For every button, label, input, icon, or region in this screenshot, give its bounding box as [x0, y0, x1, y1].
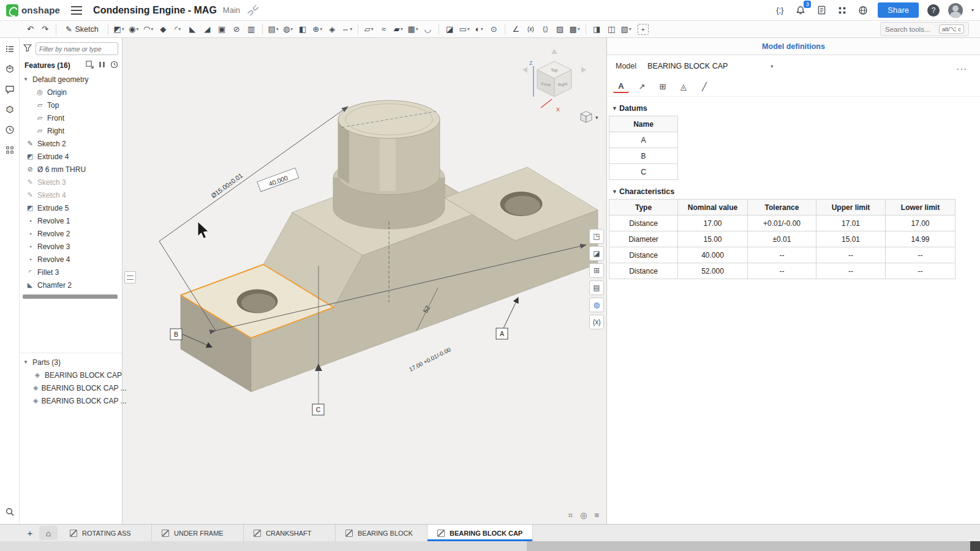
transform-icon[interactable]: ⇔▾	[340, 23, 354, 36]
leader-dimension-icon[interactable]: ↗	[634, 80, 650, 94]
mirror-icon[interactable]: ◧	[296, 23, 310, 36]
model-select[interactable]: BEARING BLOCK CAP ▾	[647, 62, 773, 70]
datum-cell[interactable]: B	[609, 148, 678, 164]
cell[interactable]: 52.000	[678, 263, 748, 279]
tab-crankshaft[interactable]: CRANKSHAFT	[244, 525, 336, 541]
part-row[interactable]: BEARING BLOCK CAP	[20, 369, 122, 381]
search-tools[interactable]: alt/⌥ c	[880, 22, 969, 36]
drawing-icon[interactable]: ▧▾	[619, 23, 633, 36]
dim-diameter-label[interactable]: Ø15.00±0.01	[209, 171, 244, 199]
hole-left[interactable]	[237, 290, 277, 313]
scale-indicator-icon[interactable]: ≡	[594, 511, 599, 520]
datum-c[interactable]: C	[312, 364, 324, 415]
feature-sketch-2[interactable]: Sketch 2	[20, 137, 122, 150]
workspace-branch[interactable]: Main	[223, 6, 240, 15]
account-caret-icon[interactable]: ▾	[971, 7, 974, 13]
versions-history-icon[interactable]	[4, 124, 16, 136]
loft-icon[interactable]: ◆	[156, 23, 170, 36]
feature-plane-top[interactable]: Top	[20, 99, 122, 111]
scrollbar-thumb[interactable]	[0, 541, 527, 551]
search-features-icon[interactable]	[4, 506, 16, 518]
rollback-bar[interactable]	[23, 294, 118, 299]
datum-icon[interactable]: ◬	[676, 80, 692, 94]
cell[interactable]: --	[816, 263, 886, 279]
feature-revolve-3[interactable]: Revolve 3	[20, 240, 122, 253]
marquee-select-icon[interactable]: +	[638, 24, 649, 35]
dim-17-label[interactable]: 17.00 +0.01/-0.00	[408, 346, 452, 373]
app-store-grid-icon[interactable]	[836, 4, 848, 17]
cylinder-boss[interactable]	[333, 100, 445, 229]
variable-studio-icon[interactable]: (x)	[524, 23, 538, 36]
feature-extrude-4[interactable]: Extrude 4	[20, 150, 122, 163]
cell[interactable]: Diameter	[609, 231, 678, 247]
feature-fillet-3[interactable]: Fillet 3	[20, 266, 122, 279]
rotate-left-arrow-icon[interactable]	[522, 67, 527, 73]
rib-icon[interactable]: ▥	[244, 23, 258, 36]
rollback-pause-icon[interactable]	[99, 61, 105, 70]
language-globe-icon[interactable]	[857, 4, 869, 17]
feature-default-geometry[interactable]: ▼ Default geometry	[20, 73, 122, 86]
tab-bearing-block-cap[interactable]: BEARING BLOCK CAP	[428, 525, 533, 541]
rotate-up-arrow-icon[interactable]	[551, 49, 557, 54]
cell[interactable]: 17.01	[816, 216, 886, 231]
help-button[interactable]: ?	[927, 4, 940, 17]
sketch-button[interactable]: ✎ Sketch	[60, 22, 104, 37]
feature-revolve-4[interactable]: Revolve 4	[20, 253, 122, 266]
grid-toggle-icon[interactable]: ⌗	[568, 511, 573, 520]
share-button[interactable]: Share	[878, 2, 919, 18]
boolean-icon[interactable]: ⊕▾	[311, 23, 325, 36]
copy-link-icon[interactable]: ⊃⊂	[245, 2, 261, 18]
cell[interactable]: 15.01	[816, 231, 886, 247]
variables-panel-icon[interactable]: (x)	[589, 315, 604, 329]
redo-icon[interactable]: ↷	[38, 23, 52, 36]
cell[interactable]: Distance	[609, 216, 678, 231]
main-menu-icon[interactable]	[71, 6, 82, 15]
regen-time-icon[interactable]	[110, 61, 118, 70]
hole-icon[interactable]: ⊘	[230, 23, 244, 36]
undo-icon[interactable]: ↶	[23, 23, 37, 36]
feature-list-icon[interactable]	[4, 43, 16, 55]
apps-icon[interactable]	[4, 144, 16, 156]
cell[interactable]: 40.000	[678, 247, 748, 263]
filter-funnel-icon[interactable]	[23, 44, 32, 54]
section-view-icon[interactable]: ◪	[443, 23, 457, 36]
sheet-metal-icon[interactable]: ▰▾	[391, 23, 405, 36]
feature-revolve-1[interactable]: Revolve 1	[20, 214, 122, 227]
annotation-icon[interactable]: A	[613, 81, 629, 93]
feature-sketch-4[interactable]: Sketch 4	[20, 189, 122, 201]
tab-scrollbar[interactable]	[0, 541, 980, 551]
publish-icon[interactable]: ◫	[605, 23, 619, 36]
insert-feature-icon[interactable]	[86, 61, 94, 70]
new-tab-button[interactable]: +	[21, 525, 39, 541]
more-options-button[interactable]: ...	[952, 61, 971, 72]
appearance-icon[interactable]: ⊙	[487, 23, 501, 36]
view-cube[interactable]: Top Front Right Z X	[522, 49, 586, 113]
hole-right[interactable]	[500, 192, 542, 216]
bom-table-icon[interactable]: ▩▾	[568, 23, 582, 36]
feature-plane-front[interactable]: Front	[20, 111, 122, 124]
cell[interactable]: 17.00	[886, 216, 956, 231]
parts-list-icon[interactable]	[4, 103, 16, 116]
comments-icon[interactable]	[4, 83, 16, 96]
part-row[interactable]: BEARING BLOCK CAP ...	[20, 394, 122, 407]
measure-icon[interactable]: ∠	[509, 23, 523, 36]
turntable-icon[interactable]: ◎	[580, 511, 587, 520]
export-icon[interactable]: ◨	[590, 23, 604, 36]
named-views-icon[interactable]: ▭▾	[458, 23, 472, 36]
surface-icon[interactable]: ◡	[421, 23, 435, 36]
cell[interactable]: 17.00	[678, 216, 748, 231]
display-states-icon[interactable]: ◍	[589, 298, 604, 312]
fillet-icon[interactable]: ◜▾	[171, 23, 185, 36]
circular-pattern-icon[interactable]: ◍▾	[281, 23, 295, 36]
feature-revolve-2[interactable]: Revolve 2	[20, 227, 122, 240]
datum-cell[interactable]: C	[609, 164, 678, 180]
feature-chamfer-2[interactable]: Chamfer 2	[20, 279, 122, 291]
insert-tab-icon[interactable]	[4, 63, 16, 75]
view-orientation-button[interactable]: ▾	[581, 111, 598, 122]
named-views-tool-icon[interactable]: ▤	[589, 280, 604, 295]
graphics-viewport[interactable]: Ø15.00±0.01 40.000 52 17.00 +0.01/-0.00 …	[123, 38, 606, 524]
cell[interactable]: --	[816, 247, 886, 263]
cell[interactable]: 15.00	[678, 231, 748, 247]
tab-bearing-block[interactable]: BEARING BLOCK	[336, 525, 428, 541]
search-tools-input[interactable]	[885, 26, 935, 33]
